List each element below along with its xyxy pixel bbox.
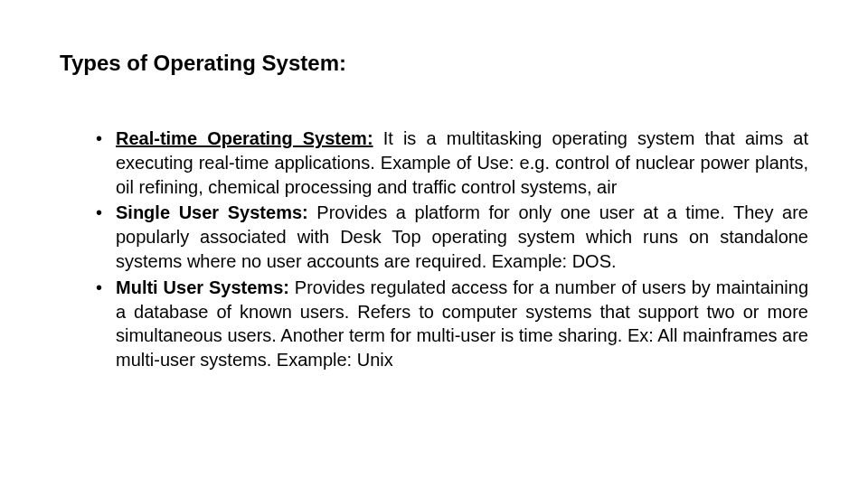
- list-item: Real-time Operating System: It is a mult…: [92, 127, 808, 199]
- page-title: Types of Operating System:: [60, 51, 808, 76]
- list-item: Multi User Systems: Provides regulated a…: [92, 276, 808, 372]
- item-term: Single User Systems:: [116, 202, 308, 222]
- os-types-list: Real-time Operating System: It is a mult…: [92, 127, 808, 372]
- slide: Types of Operating System: Real-time Ope…: [0, 0, 868, 488]
- content-area: Real-time Operating System: It is a mult…: [60, 127, 808, 372]
- item-term: Real-time Operating System:: [116, 128, 373, 148]
- item-term: Multi User Systems:: [116, 277, 289, 297]
- list-item: Single User Systems: Provides a platform…: [92, 201, 808, 273]
